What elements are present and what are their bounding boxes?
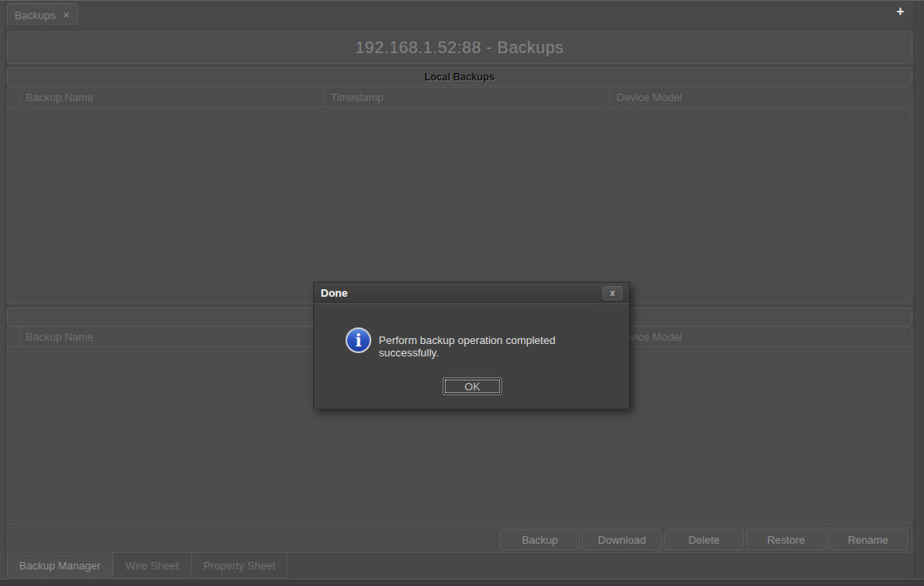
- left-splitter[interactable]: [0, 1, 6, 579]
- ok-button[interactable]: OK: [443, 377, 502, 395]
- column-header-device-model[interactable]: Device Model: [610, 327, 912, 346]
- tab-backups[interactable]: Backups ✕: [7, 3, 78, 26]
- local-backups-table-header: Backup Name Timestamp Device Model: [7, 88, 912, 108]
- dialog-message: Perform backup operation completed succe…: [379, 334, 617, 359]
- done-dialog: Done x i Perform backup operation comple…: [313, 282, 630, 409]
- view-tab-bar: Backup Manager Wire Sheet Property Sheet: [7, 554, 914, 579]
- page-title: 192.168.1.52:88 - Backups: [356, 38, 564, 57]
- tab-property-sheet[interactable]: Property Sheet: [191, 554, 288, 578]
- application-window: Backups ✕ + 192.168.1.52:88 - Backups Lo…: [0, 0, 924, 586]
- restore-button[interactable]: Restore: [746, 529, 826, 550]
- tab-wire-sheet[interactable]: Wire Sheet: [113, 554, 191, 578]
- rename-button[interactable]: Rename: [828, 529, 908, 550]
- window-bottom-edge: [0, 579, 924, 586]
- action-button-bar: Backup Download Delete Restore Rename: [7, 526, 912, 553]
- column-header-backup-name[interactable]: Backup Name: [22, 88, 324, 107]
- dialog-body: i Perform backup operation completed suc…: [314, 303, 629, 409]
- right-splitter[interactable]: [914, 1, 924, 579]
- column-header-device-model[interactable]: Device Model: [610, 88, 912, 107]
- backup-button[interactable]: Backup: [500, 529, 580, 550]
- row-selector-column: [7, 327, 22, 346]
- local-backups-table: Backup Name Timestamp Device Model: [7, 87, 912, 304]
- delete-button[interactable]: Delete: [664, 529, 744, 550]
- document-tab-bar: Backups ✕ +: [6, 1, 914, 26]
- tab-close-icon[interactable]: ✕: [62, 10, 70, 21]
- view-title-panel: 192.168.1.52:88 - Backups: [7, 31, 912, 64]
- local-backups-header: Local Backups: [7, 67, 912, 86]
- row-selector-column: [7, 88, 22, 107]
- dialog-close-icon[interactable]: x: [602, 286, 622, 300]
- dialog-title-bar[interactable]: Done x: [314, 283, 629, 303]
- tab-backups-label: Backups: [14, 9, 56, 22]
- download-button[interactable]: Download: [582, 529, 662, 550]
- dialog-title: Done: [321, 287, 348, 299]
- tab-backup-manager[interactable]: Backup Manager: [7, 554, 113, 578]
- local-backups-header-label: Local Backups: [424, 71, 495, 83]
- column-header-timestamp[interactable]: Timestamp: [324, 88, 610, 107]
- add-tab-icon[interactable]: +: [897, 5, 904, 18]
- info-icon: i: [346, 327, 371, 353]
- column-header-backup-name[interactable]: Backup Name: [22, 327, 324, 346]
